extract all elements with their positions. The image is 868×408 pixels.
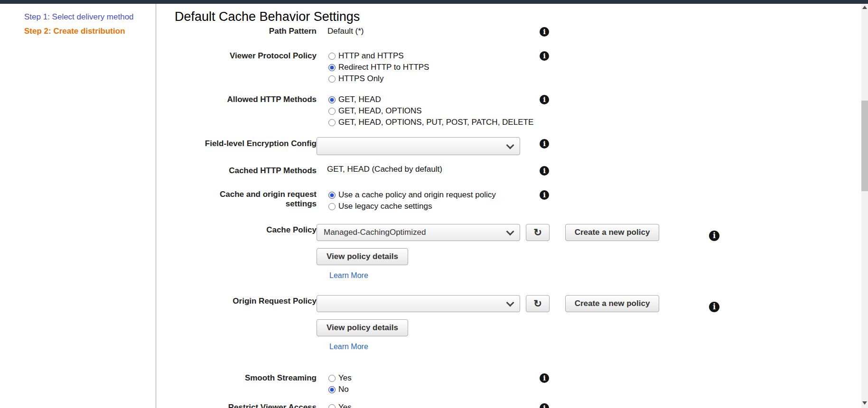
radio-option-label[interactable]: HTTP and HTTPS bbox=[338, 51, 404, 61]
info-icon[interactable]: i bbox=[709, 231, 719, 241]
radio-option-get-head[interactable]: GET, HEAD bbox=[328, 94, 533, 105]
origin-request-policy-select[interactable] bbox=[317, 295, 520, 312]
info-icon[interactable]: i bbox=[709, 302, 719, 312]
cache-policy-learn-more-link[interactable]: Learn More bbox=[329, 271, 368, 280]
top-bar bbox=[0, 0, 868, 4]
cache-settings-radio-group: Use a cache policy and origin request po… bbox=[328, 189, 496, 212]
radio-icon[interactable] bbox=[328, 108, 336, 115]
radio-selected-icon[interactable] bbox=[328, 96, 336, 103]
radio-option-label[interactable]: Redirect HTTP to HTTPS bbox=[338, 63, 429, 72]
allowed-http-methods-radio-group: GET, HEAD GET, HEAD, OPTIONS GET, HEAD, … bbox=[328, 94, 533, 128]
cache-and-origin-request-settings-label: Cache and origin request settings bbox=[157, 190, 317, 209]
radio-icon[interactable] bbox=[328, 203, 336, 210]
info-icon[interactable]: i bbox=[540, 27, 549, 37]
radio-option-no[interactable]: No bbox=[328, 384, 352, 395]
radio-option-label[interactable]: GET, HEAD, OPTIONS bbox=[338, 106, 422, 116]
vertical-scrollbar-thumb[interactable] bbox=[861, 101, 868, 191]
chevron-down-icon bbox=[506, 298, 514, 306]
radio-option-label[interactable]: GET, HEAD bbox=[338, 95, 381, 104]
radio-icon[interactable] bbox=[328, 53, 336, 60]
restrict-viewer-access-radio-group: Yes bbox=[328, 403, 352, 408]
radio-option-label[interactable]: Use a cache policy and origin request po… bbox=[338, 190, 496, 200]
radio-option-https-only[interactable]: HTTPS Only bbox=[328, 73, 429, 84]
radio-option-http-and-https[interactable]: HTTP and HTTPS bbox=[328, 50, 429, 62]
sidebar-step-1-link[interactable]: Step 1: Select delivery method bbox=[24, 12, 134, 22]
info-icon[interactable]: i bbox=[540, 95, 549, 104]
chevron-down-icon bbox=[506, 141, 514, 149]
field-level-encryption-config-label: Field-level Encryption Config bbox=[157, 139, 317, 148]
refresh-cache-policies-button[interactable]: ↻ bbox=[526, 224, 550, 241]
allowed-http-methods-label: Allowed HTTP Methods bbox=[157, 95, 317, 104]
create-origin-request-policy-button[interactable]: Create a new policy bbox=[565, 295, 659, 312]
cached-http-methods-value: GET, HEAD (Cached by default) bbox=[327, 165, 442, 174]
info-icon[interactable]: i bbox=[540, 373, 549, 383]
sidebar-divider bbox=[156, 4, 156, 408]
origin-request-policy-label: Origin Request Policy bbox=[157, 297, 317, 306]
radio-icon[interactable] bbox=[328, 75, 336, 83]
cache-policy-label: Cache Policy bbox=[157, 225, 317, 235]
info-icon[interactable]: i bbox=[540, 403, 549, 408]
refresh-origin-request-policies-button[interactable]: ↻ bbox=[526, 295, 550, 312]
radio-option-label[interactable]: Yes bbox=[338, 373, 352, 383]
origin-request-policy-learn-more-link[interactable]: Learn More bbox=[329, 343, 368, 351]
info-icon[interactable]: i bbox=[540, 51, 549, 61]
scrollbar-up-arrow[interactable] bbox=[862, 6, 867, 9]
radio-option-get-head-options[interactable]: GET, HEAD, OPTIONS bbox=[328, 105, 533, 117]
radio-selected-icon[interactable] bbox=[328, 64, 336, 71]
chevron-down-icon bbox=[506, 227, 514, 235]
refresh-icon: ↻ bbox=[533, 298, 542, 309]
restrict-viewer-access-label: Restrict Viewer Access bbox=[157, 403, 317, 408]
sidebar-step-2-current: Step 2: Create distribution bbox=[24, 27, 125, 36]
radio-option-redirect-http-to-https[interactable]: Redirect HTTP to HTTPS bbox=[328, 62, 429, 73]
label-line-1: Cache and origin request bbox=[220, 190, 317, 199]
page-title: Default Cache Behavior Settings bbox=[175, 9, 360, 25]
view-cache-policy-details-button[interactable]: View policy details bbox=[317, 248, 408, 265]
scrollbar-down-arrow[interactable] bbox=[862, 401, 867, 405]
info-icon[interactable]: i bbox=[540, 139, 549, 148]
refresh-icon: ↻ bbox=[533, 227, 542, 238]
vertical-scrollbar-track[interactable] bbox=[861, 4, 868, 408]
select-value: Managed-CachingOptimized bbox=[324, 228, 507, 237]
radio-option-use-legacy-cache-settings[interactable]: Use legacy cache settings bbox=[328, 201, 496, 212]
viewer-protocol-policy-radio-group: HTTP and HTTPS Redirect HTTP to HTTPS HT… bbox=[328, 50, 429, 84]
radio-option-yes[interactable]: Yes bbox=[328, 403, 352, 408]
radio-icon[interactable] bbox=[328, 404, 336, 408]
radio-option-yes[interactable]: Yes bbox=[328, 372, 352, 384]
viewer-protocol-policy-label: Viewer Protocol Policy bbox=[157, 51, 317, 61]
radio-selected-icon[interactable] bbox=[328, 386, 336, 393]
info-icon[interactable]: i bbox=[540, 166, 549, 176]
radio-option-label[interactable]: Yes bbox=[338, 403, 352, 408]
radio-option-label[interactable]: GET, HEAD, OPTIONS, PUT, POST, PATCH, DE… bbox=[338, 118, 533, 127]
smooth-streaming-radio-group: Yes No bbox=[328, 372, 352, 395]
view-origin-request-policy-details-button[interactable]: View policy details bbox=[317, 319, 408, 336]
radio-option-label[interactable]: Use legacy cache settings bbox=[338, 202, 432, 211]
cached-http-methods-label: Cached HTTP Methods bbox=[157, 166, 317, 176]
info-icon[interactable]: i bbox=[540, 190, 549, 200]
path-pattern-value: Default (*) bbox=[327, 27, 364, 36]
radio-option-label[interactable]: No bbox=[338, 385, 349, 394]
radio-icon[interactable] bbox=[328, 375, 336, 382]
radio-selected-icon[interactable] bbox=[328, 192, 336, 199]
cache-policy-select[interactable]: Managed-CachingOptimized bbox=[317, 224, 520, 241]
field-level-encryption-select[interactable] bbox=[317, 137, 520, 155]
radio-option-label[interactable]: HTTPS Only bbox=[338, 74, 383, 83]
radio-option-use-cache-policy[interactable]: Use a cache policy and origin request po… bbox=[328, 189, 496, 201]
create-cache-policy-button[interactable]: Create a new policy bbox=[565, 224, 659, 241]
label-line-2: settings bbox=[286, 199, 317, 208]
path-pattern-label: Path Pattern bbox=[157, 27, 317, 36]
radio-icon[interactable] bbox=[328, 119, 336, 126]
smooth-streaming-label: Smooth Streaming bbox=[157, 373, 317, 383]
radio-option-all-methods[interactable]: GET, HEAD, OPTIONS, PUT, POST, PATCH, DE… bbox=[328, 117, 533, 128]
